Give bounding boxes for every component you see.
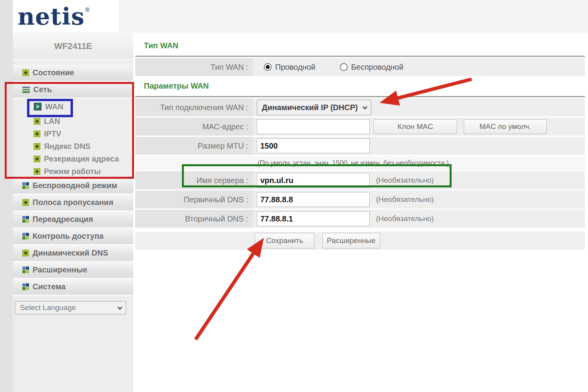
language-selector-value: Select Language — [20, 303, 76, 312]
sidebar-item-access-control[interactable]: Контроль доступа — [13, 228, 133, 245]
system-grid-icon — [22, 283, 29, 290]
primary-dns-input[interactable] — [257, 192, 370, 207]
section-divider — [135, 96, 585, 97]
sidebar-item-iptv[interactable]: IPTV — [13, 127, 133, 140]
mtu-input[interactable] — [257, 138, 370, 153]
sidebar-item-label: IPTV — [44, 129, 61, 138]
status-icon — [22, 69, 29, 76]
registered-mark: ® — [85, 7, 91, 13]
wireless-grid-icon — [22, 182, 29, 189]
wan-play-icon — [34, 103, 42, 111]
sidebar-item-bandwidth[interactable]: Полоса пропускания — [13, 194, 133, 211]
connection-type-label: Тип подключения WAN : — [135, 98, 253, 116]
wireless-radio[interactable] — [340, 63, 348, 71]
sidebar-item-network[interactable]: Сеть — [13, 82, 133, 98]
forwarding-grid-icon — [22, 216, 29, 223]
primary-dns-row: Первичный DNS : (Необязательно) — [135, 191, 585, 209]
server-name-row: Имя сервера : (Необязательно) — [135, 171, 585, 189]
language-selector[interactable]: Select Language — [15, 301, 126, 314]
wired-radio-label: Проводной — [275, 63, 316, 72]
sidebar-item-label: Динамический DNS — [33, 249, 108, 258]
section-title-wan-type: Тип WAN — [144, 41, 588, 50]
connection-type-row: Тип подключения WAN : Динамический IP (D… — [135, 98, 585, 116]
page-left-gutter — [0, 0, 13, 392]
advanced-grid-icon — [22, 267, 29, 273]
mac-address-label: МАС-адрес : — [135, 118, 253, 136]
sidebar-item-label: Беспроводной режим — [33, 181, 117, 190]
server-name-input[interactable] — [257, 173, 370, 188]
sidebar-item-label: LAN — [44, 117, 60, 126]
sidebar-item-label: Сеть — [33, 85, 52, 94]
sidebar-item-address-reservation[interactable]: Резервация адреса — [13, 152, 133, 165]
sidebar-item-wireless[interactable]: Беспроводной режим — [13, 178, 133, 194]
logo-text: netis — [18, 3, 85, 30]
sidebar-menu: Состояние Сеть WAN LAN IPTV Яндекс DNS Р… — [13, 65, 133, 296]
address-reservation-icon — [34, 156, 40, 162]
lan-icon — [34, 118, 40, 125]
yandex-dns-icon — [34, 143, 40, 150]
mtu-row: Размер MTU : — [135, 137, 585, 155]
wireless-radio-label: Беспроводной — [351, 63, 403, 72]
form-buttons-row: Сохранить Расширенные — [135, 232, 585, 250]
sidebar-item-forwarding[interactable]: Переадресация — [13, 211, 133, 228]
sidebar-item-operation-mode[interactable]: Режим работы — [13, 165, 133, 178]
default-mac-button[interactable]: MAC по умолч. — [464, 119, 547, 134]
sidebar-item-system[interactable]: Система — [13, 279, 133, 296]
primary-dns-optional: (Необязательно) — [376, 195, 434, 204]
secondary-dns-row: Вторичный DNS : (Необязательно) — [135, 210, 585, 228]
sidebar-item-label: Контроль доступа — [33, 232, 103, 241]
sidebar-item-label: Резервация адреса — [44, 154, 119, 163]
secondary-dns-label: Вторичный DNS : — [135, 210, 253, 228]
mtu-note: (По умолч. устан. знач. 1500, не измен. … — [135, 156, 585, 170]
sidebar-item-dynamic-dns[interactable]: Динамический DNS — [13, 245, 133, 262]
primary-dns-label: Первичный DNS : — [135, 191, 253, 209]
sidebar-item-lan[interactable]: LAN — [13, 115, 133, 127]
mtu-label: Размер MTU : — [135, 137, 253, 155]
iptv-icon — [34, 131, 40, 137]
sidebar-item-label: Расширенные — [33, 265, 87, 274]
main-content: Тип WAN Тип WAN : Проводной Беспроводной… — [133, 33, 588, 392]
netis-logo: netis® — [18, 5, 91, 28]
server-name-optional: (Необязательно) — [376, 176, 434, 185]
sidebar-item-wan[interactable]: WAN — [13, 98, 133, 115]
sidebar-item-label: Режим работы — [44, 167, 101, 176]
wan-type-label: Тип WAN : — [135, 58, 253, 76]
logo-box: netis® — [13, 0, 119, 33]
access-control-grid-icon — [22, 233, 29, 240]
operation-mode-icon — [34, 168, 40, 175]
sidebar-item-yandex-dns[interactable]: Яндекс DNS — [13, 140, 133, 152]
mac-address-row: МАС-адрес : Клон MAC MAC по умолч. — [135, 118, 585, 136]
sidebar-item-label: WAN — [45, 102, 64, 111]
advanced-button[interactable]: Расширенные — [322, 233, 380, 249]
sidebar-item-label: Полоса пропускания — [33, 198, 113, 207]
server-name-label: Имя сервера : — [135, 171, 253, 189]
sidebar-item-status[interactable]: Состояние — [13, 65, 133, 82]
section-divider — [135, 56, 585, 57]
sidebar-item-label: Система — [33, 282, 65, 291]
connection-type-value: Динамический IP (DHCP) — [262, 103, 358, 112]
model-name: WF2411E — [13, 33, 133, 60]
sidebar-item-advanced[interactable]: Расширенные — [13, 262, 133, 279]
network-icon — [22, 87, 30, 93]
wan-type-row: Тип WAN : Проводной Беспроводной — [135, 58, 585, 76]
sidebar-item-label: Яндекс DNS — [44, 142, 91, 151]
chevron-down-icon — [118, 305, 123, 310]
mac-address-input[interactable] — [257, 119, 370, 134]
secondary-dns-input[interactable] — [257, 211, 370, 226]
save-button[interactable]: Сохранить — [255, 233, 314, 249]
section-title-wan-params: Параметры WAN — [144, 82, 588, 91]
wired-radio[interactable] — [264, 63, 272, 71]
secondary-dns-optional: (Необязательно) — [376, 214, 434, 223]
bandwidth-icon — [22, 199, 29, 206]
clone-mac-button[interactable]: Клон MAC — [374, 119, 457, 134]
connection-type-dropdown[interactable]: Динамический IP (DHCP) — [257, 100, 371, 115]
dynamic-dns-icon — [22, 250, 29, 256]
sidebar: WF2411E Состояние Сеть WAN LAN IPTV Янде… — [13, 33, 133, 392]
chevron-down-icon — [363, 104, 368, 109]
sidebar-item-label: Переадресация — [33, 215, 93, 224]
sidebar-item-label: Состояние — [33, 68, 74, 77]
top-header: netis® — [13, 0, 588, 33]
